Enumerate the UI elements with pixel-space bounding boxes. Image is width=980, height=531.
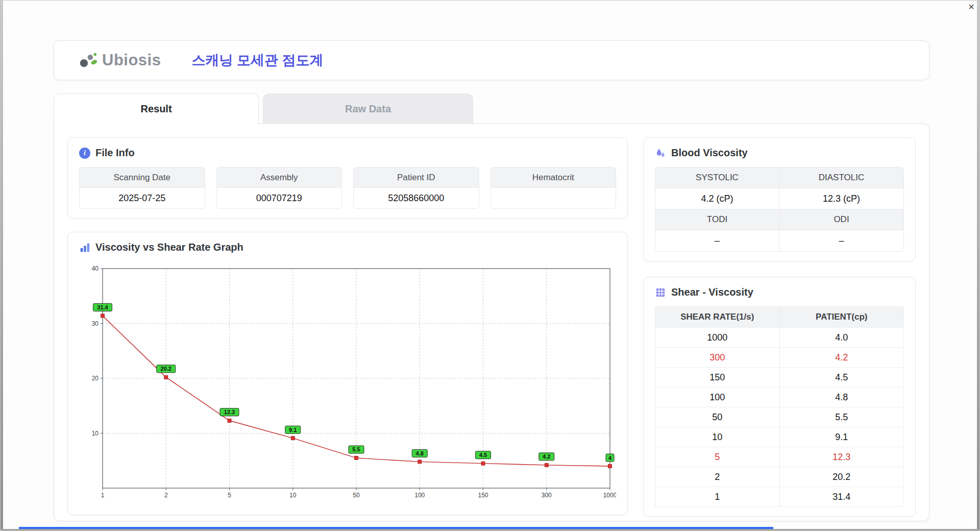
tab-bar: Result Raw Data: [54, 93, 929, 124]
chart-wrap: 102030401251050100150300100031.420.212.3…: [79, 261, 616, 505]
shear-rate-cell: 1: [655, 487, 780, 507]
app-window: × Ubiosis 스캐닝 모세관 점도계 Result Raw Data: [0, 0, 980, 531]
field-patient-id: Patient ID 52058660000: [353, 167, 479, 209]
close-icon[interactable]: ×: [968, 2, 974, 12]
window-edge-left: [1, 1, 3, 530]
shear-rate-cell: 2: [655, 467, 780, 487]
odi-header: ODI: [779, 209, 903, 230]
window-edge-right: [977, 1, 979, 530]
shear-rate-cell: 1000: [655, 328, 780, 348]
table-grid-icon: [655, 287, 666, 298]
blood-viscosity-panel: Blood Viscosity SYSTOLIC DIASTOLIC 4.2 (…: [643, 137, 916, 261]
patient-cell: 4.2: [779, 348, 904, 368]
patient-column-header: PATIENT(cp): [779, 307, 904, 328]
file-info-title: i File Info: [79, 147, 616, 159]
shear-rate-cell: 150: [655, 368, 780, 388]
graph-title-text: Viscosity vs Shear Rate Graph: [95, 242, 243, 253]
field-hematocrit: Hematocrit: [491, 167, 617, 209]
svg-text:150: 150: [478, 492, 488, 499]
shear-table-body: 10004.03004.21504.51004.8505.5109.1512.3…: [655, 328, 904, 507]
svg-text:5.5: 5.5: [352, 446, 360, 452]
table-row: 512.3: [655, 447, 904, 467]
shear-rate-cell: 5: [655, 447, 780, 467]
shear-viscosity-title-text: Shear - Viscosity: [671, 286, 753, 298]
svg-text:4: 4: [608, 455, 612, 461]
svg-text:1: 1: [101, 492, 105, 499]
table-row: 131.4: [655, 487, 904, 507]
svg-text:40: 40: [92, 265, 99, 272]
svg-text:50: 50: [353, 492, 360, 499]
graph-panel-title: Viscosity vs Shear Rate Graph: [79, 242, 616, 253]
field-label: Scanning Date: [80, 167, 205, 188]
file-info-fields: Scanning Date 2025-07-25 Assembly 000707…: [79, 167, 616, 209]
table-row: 10004.0: [655, 328, 904, 348]
table-row: 1004.8: [655, 388, 904, 407]
shear-viscosity-title: Shear - Viscosity: [655, 286, 904, 298]
table-row: 1504.5: [655, 368, 904, 388]
graph-panel: Viscosity vs Shear Rate Graph 1020304012…: [67, 232, 628, 515]
bottom-accent-bar: [19, 527, 773, 529]
diastolic-header: DIASTOLIC: [779, 167, 903, 188]
field-scanning-date: Scanning Date 2025-07-25: [79, 167, 205, 209]
shear-viscosity-table: SHEAR RATE(1/s) PATIENT(cp) 10004.03004.…: [655, 306, 904, 507]
patient-cell: 20.2: [779, 467, 904, 487]
svg-text:20.2: 20.2: [161, 366, 172, 372]
table-row: 3004.2: [655, 348, 904, 368]
tab-result[interactable]: Result: [54, 93, 259, 124]
todi-value: –: [655, 230, 779, 251]
tab-raw-data[interactable]: Raw Data: [263, 93, 473, 124]
todi-header: TODI: [655, 209, 779, 230]
svg-text:31.4: 31.4: [97, 304, 108, 310]
shear-rate-cell: 100: [655, 388, 780, 407]
patient-cell: 31.4: [779, 487, 904, 507]
file-info-title-text: File Info: [95, 147, 135, 159]
patient-cell: 5.5: [779, 407, 904, 427]
logo: Ubiosis: [78, 51, 161, 70]
app-header: Ubiosis 스캐닝 모세관 점도계: [54, 40, 929, 80]
left-column: i File Info Scanning Date 2025-07-25 Ass…: [67, 137, 628, 508]
systolic-header: SYSTOLIC: [655, 167, 779, 188]
odi-value: –: [779, 230, 903, 251]
table-row: 109.1: [655, 427, 904, 447]
droplet-icon: [655, 148, 666, 159]
blood-viscosity-title-text: Blood Viscosity: [671, 147, 748, 159]
field-assembly: Assembly 000707219: [216, 167, 342, 209]
content-area: i File Info Scanning Date 2025-07-25 Ass…: [54, 124, 929, 521]
svg-text:10: 10: [289, 492, 297, 499]
svg-text:2: 2: [164, 492, 168, 499]
svg-text:20: 20: [92, 375, 99, 382]
field-label: Assembly: [217, 167, 342, 188]
field-value: [491, 188, 616, 208]
patient-cell: 4.0: [779, 328, 904, 348]
table-row: 220.2: [655, 467, 904, 487]
field-value: 000707219: [217, 188, 342, 208]
patient-cell: 9.1: [779, 427, 904, 447]
patient-cell: 4.8: [779, 388, 904, 407]
svg-text:5: 5: [228, 492, 231, 499]
shear-viscosity-panel: Shear - Viscosity SHEAR RATE(1/s) PATIEN…: [643, 277, 916, 517]
svg-text:30: 30: [92, 320, 99, 327]
patient-cell: 12.3: [779, 447, 904, 467]
info-icon: i: [79, 148, 90, 159]
shear-table-header-row: SHEAR RATE(1/s) PATIENT(cp): [655, 307, 904, 328]
diastolic-value: 12.3 (cP): [779, 188, 903, 209]
table-row: 505.5: [655, 407, 904, 427]
ubiosis-logo-icon: [78, 51, 99, 70]
systolic-value: 4.2 (cP): [655, 188, 779, 209]
patient-cell: 4.5: [779, 368, 904, 388]
viscosity-chart: 102030401251050100150300100031.420.212.3…: [79, 261, 616, 505]
bar-chart-icon: [79, 242, 90, 253]
shear-rate-cell: 50: [655, 407, 780, 427]
svg-text:4.5: 4.5: [479, 452, 487, 458]
shear-rate-column-header: SHEAR RATE(1/s): [655, 307, 780, 328]
app-content: Ubiosis 스캐닝 모세관 점도계 Result Raw Data i Fi…: [54, 40, 929, 521]
blood-viscosity-title: Blood Viscosity: [655, 147, 904, 159]
field-value: 2025-07-25: [80, 188, 205, 208]
svg-text:4.2: 4.2: [543, 453, 550, 460]
file-info-panel: i File Info Scanning Date 2025-07-25 Ass…: [67, 137, 628, 219]
blood-viscosity-table: SYSTOLIC DIASTOLIC 4.2 (cP) 12.3 (cP) TO…: [655, 167, 904, 252]
svg-text:9.1: 9.1: [289, 427, 297, 433]
page-title: 스캐닝 모세관 점도계: [191, 51, 323, 69]
svg-text:10: 10: [92, 430, 99, 437]
field-value: 52058660000: [354, 188, 479, 208]
